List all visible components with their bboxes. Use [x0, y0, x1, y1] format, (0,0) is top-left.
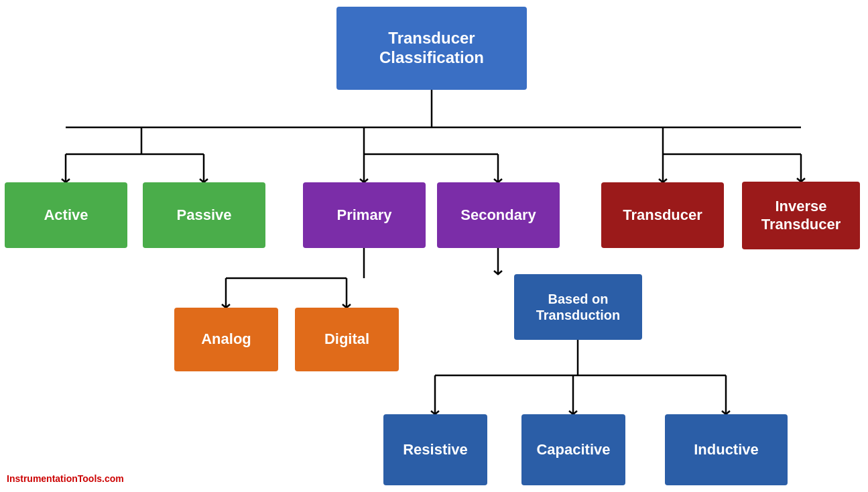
secondary-node: Secondary [437, 182, 560, 248]
capacitive-node: Capacitive [521, 414, 625, 485]
primary-node: Primary [303, 182, 426, 248]
inverse-transducer-node: InverseTransducer [742, 182, 860, 249]
root-node: Transducer Classification [336, 7, 527, 90]
diagram: Transducer Classification Active Passive… [0, 0, 868, 492]
resistive-node: Resistive [383, 414, 487, 485]
active-node: Active [5, 182, 127, 248]
inductive-node: Inductive [665, 414, 788, 485]
based-on-transduction-node: Based onTransduction [514, 274, 642, 340]
passive-node: Passive [143, 182, 265, 248]
watermark: InstrumentationTools.com [7, 473, 124, 484]
digital-node: Digital [295, 308, 399, 371]
transducer-node: Transducer [601, 182, 724, 248]
analog-node: Analog [174, 308, 278, 371]
